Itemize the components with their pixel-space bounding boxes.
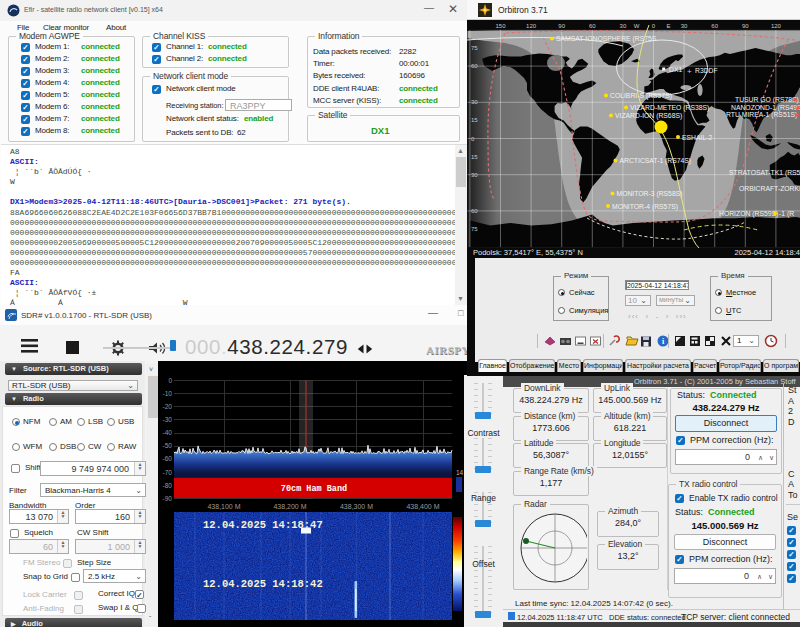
svg-text:120: 120: [526, 23, 537, 29]
svg-text:+: +: [687, 67, 692, 76]
svg-text:COLIBRI-S (RS57S): COLIBRI-S (RS57S): [610, 92, 672, 100]
svg-text:Podolsk: 37,5417° E, 55,4375°: Podolsk: 37,5417° E, 55,4375° N: [473, 248, 583, 257]
svg-text:60: 60: [711, 23, 718, 29]
svg-text:R3DDF: R3DDF: [695, 67, 718, 74]
svg-text:70cm Ham Band: 70cm Ham Band: [281, 484, 347, 494]
svg-text:-10: -10: [163, 390, 173, 397]
svg-text:60: 60: [471, 208, 478, 214]
svg-text:HORIZON (RS59S): HORIZON (RS59S): [719, 210, 778, 218]
svg-text:STRATOSAT-TK1 (RS5: STRATOSAT-TK1 (RS5: [729, 169, 800, 177]
svg-text:-30: -30: [163, 416, 173, 423]
svg-text:30: 30: [620, 23, 627, 29]
svg-text:120: 120: [771, 23, 782, 29]
svg-text:-90: -90: [163, 495, 173, 502]
svg-text:15: 15: [471, 154, 478, 160]
svg-text:-60: -60: [163, 455, 173, 462]
svg-text:MONITOR-4 (RS57S): MONITOR-4 (RS57S): [612, 203, 678, 211]
svg-text:15: 15: [471, 117, 478, 123]
svg-text:ORBICRAFT-ZORKI: ORBICRAFT-ZORKI: [739, 185, 800, 192]
svg-text:-1 (R: -1 (R: [779, 210, 794, 218]
svg-text:30: 30: [681, 23, 688, 29]
svg-text:-50: -50: [163, 442, 173, 449]
svg-text:VIZARD-METEO (RS38S): VIZARD-METEO (RS38S): [630, 104, 709, 112]
svg-text:90: 90: [558, 23, 565, 29]
svg-text:30: 30: [471, 99, 478, 105]
svg-text:14: 14: [456, 469, 464, 476]
svg-text:VIZARD-ION (RS68S): VIZARD-ION (RS68S): [615, 112, 682, 120]
svg-text:E: E: [666, 23, 670, 29]
svg-text:30: 30: [471, 172, 478, 178]
svg-text:-20: -20: [163, 403, 173, 410]
svg-text:90: 90: [742, 23, 749, 29]
svg-text:2025-04-12 14:18:4: 2025-04-12 14:18:4: [735, 248, 800, 257]
svg-text:438,200 M: 438,200 M: [273, 503, 306, 510]
svg-text:ESHAIL-2: ESHAIL-2: [682, 134, 712, 141]
svg-text:-70: -70: [163, 469, 173, 476]
svg-text:0: 0: [168, 377, 172, 384]
svg-text:60: 60: [589, 23, 596, 29]
svg-text:12.04.2025 14:18:47: 12.04.2025 14:18:47: [203, 519, 323, 531]
svg-text:75: 75: [471, 45, 478, 51]
svg-text:438,100 M: 438,100 M: [207, 503, 240, 510]
svg-text:W: W: [634, 23, 640, 29]
svg-text:12.04.2025 14:18:42: 12.04.2025 14:18:42: [203, 578, 323, 590]
svg-text:438,400 M: 438,400 M: [406, 503, 439, 510]
svg-text:-80: -80: [163, 482, 173, 489]
svg-text:SAMSAT-IONOSPHERE (RS75S: SAMSAT-IONOSPHERE (RS75S: [556, 35, 657, 43]
svg-text:75: 75: [471, 226, 478, 232]
svg-text:150: 150: [495, 23, 506, 29]
svg-text:438,300 M: 438,300 M: [340, 503, 373, 510]
svg-text:DX1: DX1: [669, 66, 682, 73]
svg-text:RTU MIREA-1 (RS51S): RTU MIREA-1 (RS51S): [726, 111, 797, 119]
svg-text:MONITOR-3 (RS58S): MONITOR-3 (RS58S): [617, 190, 683, 198]
svg-text:-40: -40: [163, 429, 173, 436]
svg-text:ARCTICSAT-1 (RS74S): ARCTICSAT-1 (RS74S): [620, 157, 692, 165]
svg-text:60: 60: [471, 63, 478, 69]
